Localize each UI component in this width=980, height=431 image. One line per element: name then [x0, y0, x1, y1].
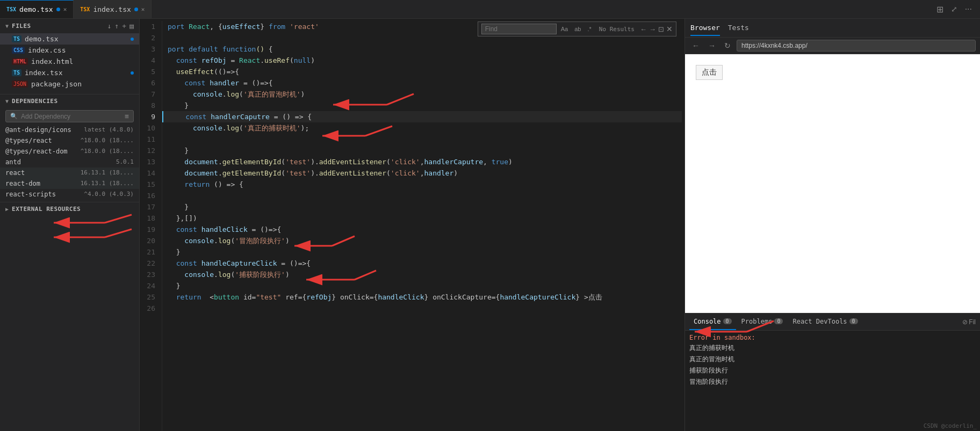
- file-item-demo[interactable]: TS demo.tsx: [0, 33, 139, 45]
- tab-browser[interactable]: Browser: [690, 20, 720, 36]
- dep-title: Dependencies: [12, 98, 134, 105]
- file-icon-tsx: TS: [12, 69, 21, 76]
- code-lines[interactable]: port React, {useEffect} from 'react' por…: [162, 21, 682, 431]
- file-label-indexhtml: index.html: [31, 57, 73, 65]
- sort-asc-icon[interactable]: ↓: [107, 22, 112, 30]
- console-label: Console: [694, 318, 721, 325]
- find-aa-button[interactable]: Aa: [559, 25, 570, 33]
- find-select-all-button[interactable]: ⊡: [658, 25, 664, 33]
- code-view[interactable]: 1 2 3 4 5 6 7 8 9 10 11 12 13 14 15 16 1: [140, 19, 682, 431]
- dep-item-react[interactable]: react 16.13.1 (18....: [0, 167, 139, 178]
- split-button[interactable]: ⊞: [934, 3, 946, 16]
- editor-area: Aa ab .* No Results ← → ⊡ ✕ 1 2 3 4 5 6: [140, 19, 682, 431]
- dep-item-typesreact[interactable]: @types/react ^18.0.0 (18....: [0, 135, 139, 146]
- find-regex-button[interactable]: .*: [585, 25, 593, 33]
- fullscreen-button[interactable]: ⤢: [948, 4, 960, 14]
- file-icon-html: HTML: [12, 58, 28, 65]
- tab-react-devtools[interactable]: React DevTools 0: [788, 313, 862, 330]
- console-badge: 0: [723, 318, 732, 324]
- url-bar[interactable]: [737, 40, 976, 52]
- browser-tabs-bar: Browser Tests: [685, 19, 980, 38]
- dep-search-options-icon[interactable]: ≡: [125, 112, 129, 120]
- add-file-icon[interactable]: +: [122, 22, 126, 30]
- search-icon: 🔍: [10, 113, 18, 120]
- tab-tests[interactable]: Tests: [728, 20, 749, 36]
- file-item-indexhtml[interactable]: HTML index.html: [0, 56, 139, 67]
- console-line-error: Error in sandbox:: [689, 333, 976, 342]
- file-item-indexcss[interactable]: CSS index.css: [0, 45, 139, 56]
- folder-icon[interactable]: ▤: [129, 22, 134, 30]
- dep-version-typesreact: ^18.0.0 (18....: [81, 137, 134, 144]
- code-line-6: const handler = ()=>{: [162, 77, 682, 89]
- browser-forward-button[interactable]: →: [705, 40, 718, 51]
- code-line-16: [162, 190, 682, 201]
- csdn-watermark: CSDN @coderlin_: [685, 421, 980, 431]
- find-prev-button[interactable]: ←: [640, 25, 647, 33]
- tab-console[interactable]: Console 0: [689, 313, 736, 330]
- console-clear-button[interactable]: ⊘: [962, 318, 968, 326]
- code-line-11: [162, 134, 682, 145]
- browser-back-button[interactable]: ←: [689, 40, 702, 51]
- dep-name-react: react: [5, 169, 25, 177]
- tab-index-icon: TSX: [80, 6, 90, 12]
- file-item-pkgjson[interactable]: JSON package.json: [0, 78, 139, 90]
- files-section-header[interactable]: ▼ Files ↓ ↑ + ▤: [0, 19, 139, 33]
- dep-search-input[interactable]: [21, 113, 121, 120]
- dep-item-antd[interactable]: antd 5.0.1: [0, 157, 139, 167]
- code-line-17: }: [162, 201, 682, 213]
- browser-refresh-button[interactable]: ↻: [722, 40, 733, 51]
- code-line-3: port default function() {: [162, 43, 682, 55]
- find-word-button[interactable]: ab: [572, 25, 583, 33]
- find-close-button[interactable]: ✕: [666, 25, 673, 33]
- find-input[interactable]: [481, 24, 557, 34]
- code-line-18: },[]): [162, 213, 682, 224]
- file-label-indextsx: index.tsx: [25, 69, 62, 77]
- code-line-10: console.log('真正的捕获时机');: [162, 122, 682, 134]
- tab-demo-label: demo.tsx: [19, 5, 53, 13]
- file-item-indextsx[interactable]: TS index.tsx: [0, 67, 139, 78]
- code-line-20: console.log('冒泡阶段执行'): [162, 235, 682, 246]
- dep-name-typesreact: @types/react: [5, 137, 52, 144]
- ext-arrow-icon: ▶: [5, 206, 9, 212]
- dep-version-reactdom: 16.13.1 (18....: [81, 180, 134, 187]
- preview-button[interactable]: 点击: [696, 65, 723, 80]
- dep-version-reactscripts: ^4.0.0 (4.0.3): [84, 191, 134, 198]
- dep-item-antdesign[interactable]: @ant-design/icons latest (4.8.0): [0, 125, 139, 135]
- dep-item-typesreactdom[interactable]: @types/react-dom ^18.0.0 (18....: [0, 146, 139, 157]
- tab-index-close[interactable]: ✕: [141, 6, 145, 13]
- dep-version-react: 16.13.1 (18....: [81, 169, 134, 177]
- react-devtools-label: React DevTools: [792, 318, 847, 325]
- console-filter-button[interactable]: Fil: [969, 318, 976, 326]
- tab-demo-close[interactable]: ✕: [63, 6, 67, 13]
- problems-badge: 0: [774, 318, 783, 324]
- file-label-pkgjson: package.json: [31, 80, 82, 88]
- sort-desc-icon[interactable]: ↑: [115, 22, 119, 30]
- file-label-indexcss: index.css: [28, 46, 66, 54]
- external-resources-header[interactable]: ▶ External resources: [0, 202, 139, 216]
- find-next-button[interactable]: →: [649, 25, 656, 33]
- code-line-7: console.log('真正的冒泡时机'): [162, 89, 682, 100]
- code-line-21: }: [162, 246, 682, 258]
- dep-name-typesreactdom: @types/react-dom: [5, 148, 68, 155]
- more-button[interactable]: ···: [962, 3, 975, 15]
- tab-index-label: index.tsx: [93, 5, 131, 13]
- tab-index[interactable]: TSX index.tsx ✕: [74, 0, 152, 18]
- tab-demo[interactable]: TSX demo.tsx ✕: [0, 0, 74, 18]
- console-line-4: 冒泡阶段执行: [689, 376, 976, 388]
- code-line-14: document.getElementById('test').addEvent…: [162, 167, 682, 179]
- file-dot-indextsx: [131, 71, 134, 75]
- dependencies-section-header[interactable]: ▼ Dependencies: [0, 94, 139, 108]
- tab-demo-icon: TSX: [6, 6, 16, 12]
- code-line-26: [162, 303, 682, 314]
- dep-version-antdesign: latest (4.8.0): [84, 126, 134, 134]
- files-arrow-icon: ▼: [5, 23, 9, 29]
- dep-version-typesreactdom: ^18.0.0 (18....: [81, 148, 134, 155]
- dep-name-reactdom: react-dom: [5, 180, 40, 187]
- dep-item-reactdom[interactable]: react-dom 16.13.1 (18....: [0, 178, 139, 189]
- file-icon-demo: TS: [12, 35, 21, 42]
- code-line-12: }: [162, 145, 682, 156]
- tab-problems[interactable]: Problems 0: [737, 313, 788, 330]
- dep-item-reactscripts[interactable]: react-scripts ^4.0.0 (4.0.3): [0, 189, 139, 200]
- console-line-3: 捕获阶段执行: [689, 365, 976, 376]
- browser-nav: ← → ↻: [685, 38, 980, 54]
